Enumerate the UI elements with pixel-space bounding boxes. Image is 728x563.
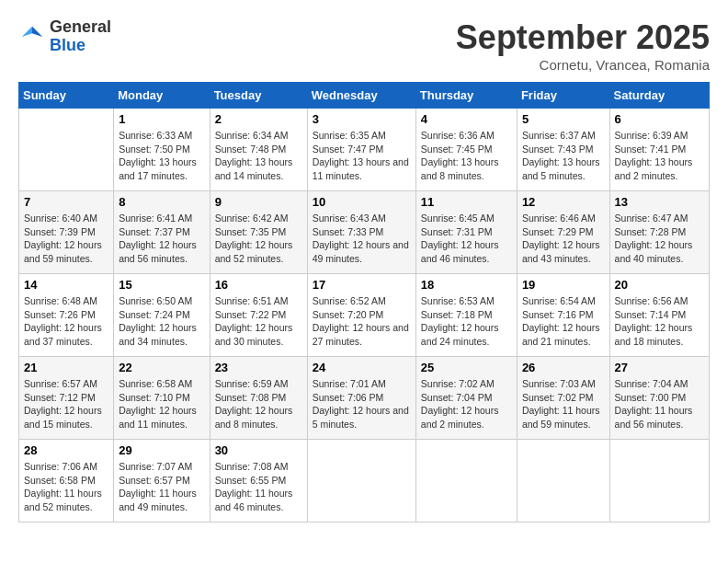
day-info: Sunrise: 6:45 AMSunset: 7:31 PMDaylight:…	[421, 212, 512, 266]
calendar-cell: 24Sunrise: 7:01 AMSunset: 7:06 PMDayligh…	[307, 357, 415, 440]
day-number: 12	[522, 195, 605, 209]
calendar-table: SundayMondayTuesdayWednesdayThursdayFrid…	[18, 82, 710, 523]
day-info: Sunrise: 6:35 AMSunset: 7:47 PMDaylight:…	[313, 129, 411, 183]
calendar-cell	[19, 109, 114, 191]
calendar-cell: 7Sunrise: 6:40 AMSunset: 7:39 PMDaylight…	[19, 191, 114, 274]
day-number: 30	[215, 443, 302, 457]
calendar-cell: 21Sunrise: 6:57 AMSunset: 7:12 PMDayligh…	[19, 357, 114, 440]
day-number: 14	[24, 278, 108, 292]
calendar-cell: 18Sunrise: 6:53 AMSunset: 7:18 PMDayligh…	[415, 274, 517, 357]
weekday-header-tuesday: Tuesday	[210, 83, 307, 109]
calendar-cell: 14Sunrise: 6:48 AMSunset: 7:26 PMDayligh…	[19, 274, 114, 357]
week-row-2: 7Sunrise: 6:40 AMSunset: 7:39 PMDaylight…	[19, 191, 710, 274]
day-number: 28	[24, 443, 108, 457]
day-number: 20	[615, 278, 704, 292]
month-title: September 2025	[456, 18, 710, 57]
day-number: 8	[119, 195, 204, 209]
day-info: Sunrise: 6:54 AMSunset: 7:16 PMDaylight:…	[522, 294, 605, 349]
day-number: 9	[215, 195, 302, 209]
day-info: Sunrise: 7:08 AMSunset: 6:55 PMDaylight:…	[215, 460, 302, 514]
day-info: Sunrise: 6:48 AMSunset: 7:26 PMDaylight:…	[24, 294, 108, 349]
day-number: 16	[215, 278, 302, 292]
calendar-cell: 16Sunrise: 6:51 AMSunset: 7:22 PMDayligh…	[210, 274, 307, 357]
day-info: Sunrise: 6:59 AMSunset: 7:08 PMDaylight:…	[215, 377, 302, 431]
weekday-header-sunday: Sunday	[19, 83, 114, 109]
calendar-cell: 3Sunrise: 6:35 AMSunset: 7:47 PMDaylight…	[307, 109, 415, 191]
weekday-header-wednesday: Wednesday	[307, 83, 415, 109]
day-info: Sunrise: 6:34 AMSunset: 7:48 PMDaylight:…	[215, 129, 302, 183]
calendar-cell: 2Sunrise: 6:34 AMSunset: 7:48 PMDaylight…	[210, 109, 307, 191]
week-row-4: 21Sunrise: 6:57 AMSunset: 7:12 PMDayligh…	[19, 357, 710, 440]
day-number: 4	[421, 112, 512, 126]
day-number: 24	[313, 361, 411, 374]
day-info: Sunrise: 6:56 AMSunset: 7:14 PMDaylight:…	[615, 294, 704, 349]
day-number: 19	[522, 278, 605, 292]
svg-marker-1	[22, 27, 32, 37]
day-number: 26	[522, 361, 605, 374]
svg-marker-0	[32, 27, 42, 37]
day-number: 29	[119, 443, 204, 457]
calendar-cell: 25Sunrise: 7:02 AMSunset: 7:04 PMDayligh…	[415, 357, 517, 440]
location: Cornetu, Vrancea, Romania	[456, 57, 710, 73]
week-row-5: 28Sunrise: 7:06 AMSunset: 6:58 PMDayligh…	[19, 440, 710, 523]
day-number: 17	[313, 278, 411, 292]
day-info: Sunrise: 6:37 AMSunset: 7:43 PMDaylight:…	[522, 129, 605, 183]
day-number: 5	[522, 112, 605, 126]
calendar-cell: 15Sunrise: 6:50 AMSunset: 7:24 PMDayligh…	[114, 274, 210, 357]
day-number: 10	[313, 195, 411, 209]
day-number: 11	[421, 195, 512, 209]
day-number: 15	[119, 278, 204, 292]
day-info: Sunrise: 6:47 AMSunset: 7:28 PMDaylight:…	[615, 212, 704, 266]
day-info: Sunrise: 7:01 AMSunset: 7:06 PMDaylight:…	[313, 377, 411, 431]
weekday-header-row: SundayMondayTuesdayWednesdayThursdayFrid…	[19, 83, 710, 109]
weekday-header-monday: Monday	[114, 83, 210, 109]
calendar-cell: 11Sunrise: 6:45 AMSunset: 7:31 PMDayligh…	[415, 191, 517, 274]
day-info: Sunrise: 6:58 AMSunset: 7:10 PMDaylight:…	[119, 377, 204, 431]
calendar-cell: 10Sunrise: 6:43 AMSunset: 7:33 PMDayligh…	[307, 191, 415, 274]
day-info: Sunrise: 6:40 AMSunset: 7:39 PMDaylight:…	[24, 212, 108, 266]
calendar-cell: 6Sunrise: 6:39 AMSunset: 7:41 PMDaylight…	[609, 109, 709, 191]
day-number: 18	[421, 278, 512, 292]
day-info: Sunrise: 6:33 AMSunset: 7:50 PMDaylight:…	[119, 129, 204, 183]
calendar-cell: 4Sunrise: 6:36 AMSunset: 7:45 PMDaylight…	[415, 109, 517, 191]
day-number: 13	[615, 195, 704, 209]
calendar-cell: 22Sunrise: 6:58 AMSunset: 7:10 PMDayligh…	[114, 357, 210, 440]
day-info: Sunrise: 7:07 AMSunset: 6:57 PMDaylight:…	[119, 460, 204, 514]
calendar-cell: 29Sunrise: 7:07 AMSunset: 6:57 PMDayligh…	[114, 440, 210, 523]
calendar-cell: 30Sunrise: 7:08 AMSunset: 6:55 PMDayligh…	[210, 440, 307, 523]
calendar-cell: 8Sunrise: 6:41 AMSunset: 7:37 PMDaylight…	[114, 191, 210, 274]
calendar-cell: 13Sunrise: 6:47 AMSunset: 7:28 PMDayligh…	[609, 191, 709, 274]
title-area: September 2025 Cornetu, Vrancea, Romania	[456, 18, 710, 73]
calendar-cell: 28Sunrise: 7:06 AMSunset: 6:58 PMDayligh…	[19, 440, 114, 523]
logo-icon	[18, 23, 46, 51]
day-info: Sunrise: 7:02 AMSunset: 7:04 PMDaylight:…	[421, 377, 512, 431]
calendar-cell: 17Sunrise: 6:52 AMSunset: 7:20 PMDayligh…	[307, 274, 415, 357]
calendar-cell: 1Sunrise: 6:33 AMSunset: 7:50 PMDaylight…	[114, 109, 210, 191]
day-info: Sunrise: 7:04 AMSunset: 7:00 PMDaylight:…	[615, 377, 704, 431]
calendar-cell	[517, 440, 609, 523]
weekday-header-friday: Friday	[517, 83, 609, 109]
calendar-cell	[609, 440, 709, 523]
day-number: 2	[215, 112, 302, 126]
calendar-cell	[307, 440, 415, 523]
day-number: 21	[24, 361, 108, 374]
weekday-header-thursday: Thursday	[415, 83, 517, 109]
day-number: 22	[119, 361, 204, 374]
day-number: 23	[215, 361, 302, 374]
logo: General Blue	[18, 18, 111, 55]
day-info: Sunrise: 6:53 AMSunset: 7:18 PMDaylight:…	[421, 294, 512, 349]
calendar-cell: 26Sunrise: 7:03 AMSunset: 7:02 PMDayligh…	[517, 357, 609, 440]
day-info: Sunrise: 6:36 AMSunset: 7:45 PMDaylight:…	[421, 129, 512, 183]
day-info: Sunrise: 6:41 AMSunset: 7:37 PMDaylight:…	[119, 212, 204, 266]
day-info: Sunrise: 6:57 AMSunset: 7:12 PMDaylight:…	[24, 377, 108, 431]
calendar-cell: 23Sunrise: 6:59 AMSunset: 7:08 PMDayligh…	[210, 357, 307, 440]
logo-text: General Blue	[50, 18, 111, 55]
weekday-header-saturday: Saturday	[609, 83, 709, 109]
header: General Blue September 2025 Cornetu, Vra…	[18, 18, 710, 73]
calendar-cell: 19Sunrise: 6:54 AMSunset: 7:16 PMDayligh…	[517, 274, 609, 357]
day-info: Sunrise: 6:51 AMSunset: 7:22 PMDaylight:…	[215, 294, 302, 349]
day-number: 3	[313, 112, 411, 126]
day-number: 27	[615, 361, 704, 374]
week-row-3: 14Sunrise: 6:48 AMSunset: 7:26 PMDayligh…	[19, 274, 710, 357]
day-number: 7	[24, 195, 108, 209]
